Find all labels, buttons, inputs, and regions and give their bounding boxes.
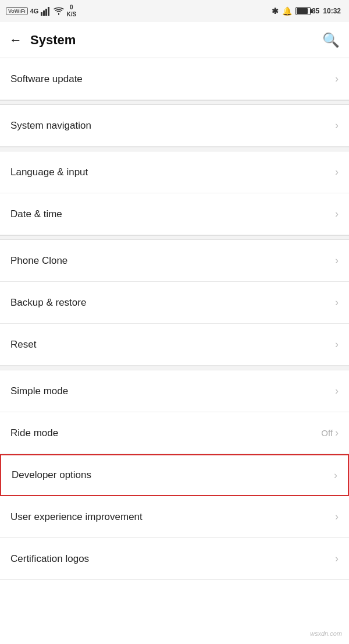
- chevron-icon: ›: [335, 511, 339, 523]
- menu-item-developer-options[interactable]: Developer options ›: [0, 454, 349, 496]
- svg-rect-1: [43, 10, 45, 16]
- menu-item-certification-logos[interactable]: Certification logos ›: [0, 538, 349, 580]
- battery-indicator: 85: [295, 7, 319, 15]
- menu-item-reset[interactable]: Reset ›: [0, 324, 349, 366]
- clock: 10:32: [323, 7, 341, 15]
- group-separator: [0, 366, 349, 370]
- wifi-icon: [54, 7, 64, 15]
- menu-label-reset: Reset: [10, 339, 36, 351]
- menu-item-backup-restore[interactable]: Backup & restore ›: [0, 282, 349, 324]
- notification-bell-icon: 🔔: [282, 6, 292, 16]
- status-right: ✱ 🔔 85 10:32: [272, 6, 341, 16]
- app-bar: ← System 🔍: [0, 22, 349, 58]
- group-separator: [0, 235, 349, 240]
- battery-outline: [295, 7, 311, 15]
- search-button[interactable]: 🔍: [322, 32, 340, 48]
- menu-label-software-update: Software update: [10, 73, 83, 85]
- menu-label-certification-logos: Certification logos: [10, 553, 89, 565]
- menu-label-language-input: Language & input: [10, 167, 88, 178]
- menu-item-ride-mode[interactable]: Ride mode Off ›: [0, 412, 349, 454]
- chevron-icon: ›: [335, 553, 339, 565]
- menu-item-phone-clone[interactable]: Phone Clone ›: [0, 240, 349, 282]
- chevron-icon: ›: [335, 427, 339, 439]
- chevron-icon: ›: [335, 166, 339, 178]
- bluetooth-icon: ✱: [272, 6, 279, 16]
- chevron-icon: ›: [335, 296, 339, 309]
- svg-rect-3: [48, 7, 49, 16]
- menu-item-simple-mode[interactable]: Simple mode ›: [0, 370, 349, 412]
- menu-label-developer-options: Developer options: [12, 469, 91, 481]
- menu-label-date-time: Date & time: [10, 208, 62, 220]
- signal-bars-icon: [41, 6, 51, 16]
- back-button[interactable]: ←: [9, 34, 22, 47]
- chevron-icon: ›: [335, 254, 339, 267]
- status-left: VoWiFi 4G 0K/S: [6, 4, 76, 18]
- chevron-icon: ›: [335, 385, 339, 397]
- menu-list: Software update › System navigation › La…: [0, 58, 349, 580]
- menu-item-user-experience[interactable]: User experience improvement ›: [0, 496, 349, 538]
- chevron-icon: ›: [335, 208, 339, 220]
- battery-fill: [297, 8, 308, 14]
- menu-item-system-navigation[interactable]: System navigation ›: [0, 105, 349, 147]
- vowifi-indicator: VoWiFi: [6, 7, 28, 15]
- network-speed: 0K/S: [66, 4, 76, 18]
- menu-item-right: Off ›: [321, 427, 339, 439]
- svg-rect-0: [41, 12, 42, 16]
- group-separator: [0, 147, 349, 151]
- menu-label-phone-clone: Phone Clone: [10, 255, 67, 267]
- watermark: wsxdn.com: [310, 630, 342, 637]
- menu-item-date-time[interactable]: Date & time ›: [0, 193, 349, 235]
- chevron-icon: ›: [335, 338, 339, 351]
- menu-label-ride-mode: Ride mode: [10, 427, 58, 439]
- page-title: System: [30, 33, 76, 48]
- group-separator: [0, 100, 349, 105]
- app-bar-left: ← System: [9, 33, 76, 48]
- chevron-icon: ›: [334, 469, 337, 482]
- svg-rect-2: [45, 9, 47, 16]
- menu-label-system-navigation: System navigation: [10, 120, 91, 132]
- chevron-icon: ›: [335, 119, 339, 132]
- chevron-icon: ›: [335, 73, 339, 85]
- menu-label-user-experience: User experience improvement: [10, 511, 143, 523]
- menu-label-simple-mode: Simple mode: [10, 385, 68, 397]
- signal-4g: 4G: [30, 8, 39, 15]
- battery-percentage: 85: [312, 7, 319, 15]
- status-bar: VoWiFi 4G 0K/S ✱ 🔔 85 10:32: [0, 0, 349, 22]
- menu-label-backup-restore: Backup & restore: [10, 297, 86, 309]
- menu-item-language-input[interactable]: Language & input ›: [0, 151, 349, 193]
- ride-mode-value: Off: [321, 428, 333, 438]
- menu-item-software-update[interactable]: Software update ›: [0, 58, 349, 100]
